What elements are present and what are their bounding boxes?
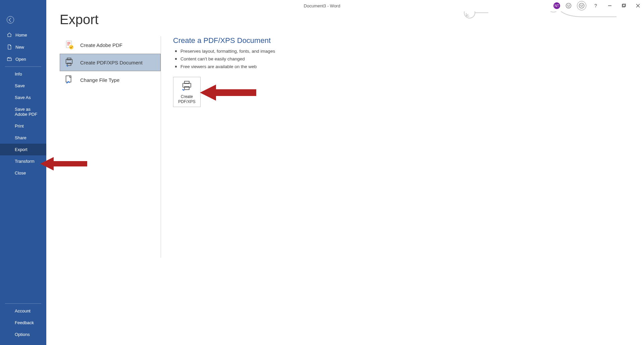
main-content: Export Create Adobe PDF Create PDF/XPS D… — [46, 0, 644, 345]
sidebar-item-options[interactable]: Options — [0, 329, 46, 340]
export-option-change-type[interactable]: Change File Type — [60, 71, 161, 89]
close-button[interactable] — [633, 1, 643, 10]
detail-heading: Create a PDF/XPS Document — [173, 36, 631, 45]
title-bar: Document3 - Word NT ? — [0, 0, 644, 11]
sidebar-label: Share — [15, 135, 26, 140]
publish-icon — [181, 81, 193, 92]
svg-point-8 — [579, 3, 584, 8]
user-avatar[interactable]: NT — [553, 2, 560, 9]
svg-point-9 — [581, 5, 581, 6]
folder-open-icon — [7, 56, 12, 62]
export-option-pdfxps[interactable]: Create PDF/XPS Document — [60, 54, 161, 71]
sidebar-label: Info — [15, 71, 22, 77]
export-option-label: Create Adobe PDF — [80, 42, 122, 48]
svg-rect-16 — [67, 58, 71, 60]
sidebar-label: Close — [15, 170, 26, 176]
sidebar-item-home[interactable]: Home — [0, 29, 46, 41]
sidebar-item-save-as[interactable]: Save As — [0, 92, 46, 103]
create-pdfxps-button[interactable]: Create PDF/XPS — [173, 77, 201, 107]
svg-rect-12 — [623, 4, 626, 6]
sidebar-item-share[interactable]: Share — [0, 132, 46, 144]
minimize-button[interactable] — [605, 1, 614, 10]
frown-icon[interactable] — [577, 1, 586, 10]
pdfxps-icon — [64, 57, 74, 67]
button-label-line1: Create — [181, 94, 193, 99]
sidebar-item-save[interactable]: Save — [0, 80, 46, 92]
sidebar-item-export[interactable]: Export — [0, 144, 46, 155]
detail-bullet: Free viewers are available on the web — [173, 63, 631, 71]
sidebar-separator — [5, 303, 41, 304]
sidebar-item-close[interactable]: Close — [0, 167, 46, 179]
sidebar-item-account[interactable]: Account — [0, 305, 46, 317]
window-controls: NT ? — [553, 0, 643, 11]
document-title: Document3 - Word — [304, 3, 340, 8]
help-button[interactable]: ? — [591, 1, 600, 10]
sidebar-label: Save as Adobe PDF — [15, 107, 42, 117]
sidebar-label: Transform — [15, 159, 35, 164]
home-icon — [7, 32, 12, 38]
change-filetype-icon — [64, 75, 74, 85]
sidebar-label: Open — [15, 57, 26, 62]
backstage-sidebar: Home New Open Info Save Save As Save as … — [0, 0, 46, 345]
svg-point-10 — [582, 5, 583, 6]
svg-point-14 — [69, 45, 73, 49]
export-option-list: Create Adobe PDF Create PDF/XPS Document… — [60, 36, 161, 258]
sidebar-separator — [5, 66, 41, 67]
adobe-pdf-icon — [64, 40, 74, 50]
sidebar-label: Save — [15, 83, 25, 88]
sidebar-item-info[interactable]: Info — [0, 68, 46, 80]
sidebar-label: New — [15, 45, 24, 50]
sidebar-label: Options — [15, 332, 30, 337]
button-label-line2: PDF/XPS — [178, 99, 195, 104]
maximize-button[interactable] — [619, 1, 629, 10]
svg-rect-18 — [66, 76, 71, 82]
sidebar-label: Export — [15, 147, 28, 152]
sidebar-item-save-adobe[interactable]: Save as Adobe PDF — [0, 103, 46, 120]
export-detail-panel: Create a PDF/XPS Document Preserves layo… — [173, 36, 631, 107]
export-option-adobe-pdf[interactable]: Create Adobe PDF — [60, 36, 161, 54]
sidebar-item-feedback[interactable]: Feedback — [0, 317, 46, 329]
sidebar-item-new[interactable]: New — [0, 41, 46, 53]
detail-bullet: Preserves layout, formatting, fonts, and… — [173, 48, 631, 55]
export-option-label: Create PDF/XPS Document — [80, 60, 143, 65]
sidebar-label: Save As — [15, 95, 31, 100]
sidebar-label: Account — [15, 308, 31, 313]
svg-point-5 — [566, 3, 571, 8]
sidebar-label: Feedback — [15, 320, 34, 325]
svg-point-6 — [568, 5, 568, 6]
svg-point-7 — [569, 5, 570, 6]
detail-bullet: Content can't be easily changed — [173, 55, 631, 63]
back-button[interactable] — [7, 16, 14, 23]
detail-bullet-list: Preserves layout, formatting, fonts, and… — [173, 48, 631, 71]
sidebar-label: Print — [15, 124, 24, 129]
new-doc-icon — [7, 44, 12, 50]
sidebar-label: Home — [15, 33, 27, 38]
sidebar-item-transform[interactable]: Transform — [0, 155, 46, 167]
smile-icon[interactable] — [565, 2, 572, 9]
sidebar-item-open[interactable]: Open — [0, 53, 46, 65]
page-title: Export — [60, 12, 99, 27]
sidebar-item-print[interactable]: Print — [0, 120, 46, 132]
export-option-label: Change File Type — [80, 77, 119, 83]
svg-rect-11 — [622, 4, 625, 7]
